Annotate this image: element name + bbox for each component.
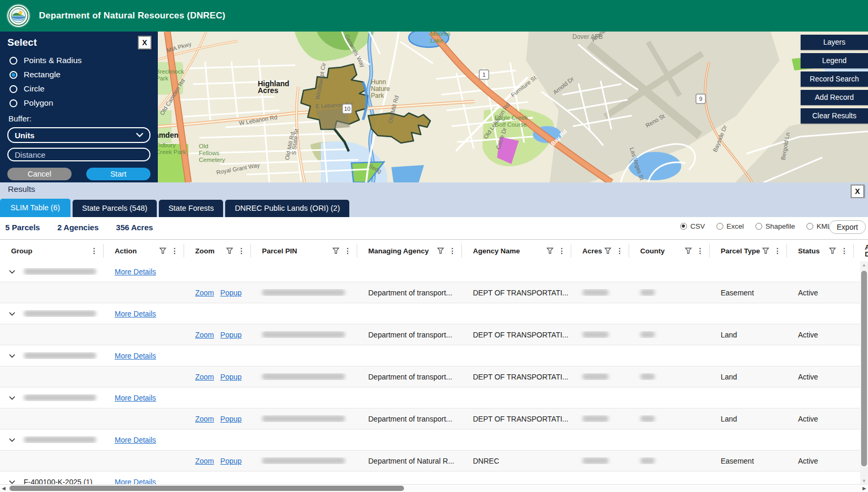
scroll-up-arrow-icon[interactable]: ▲ (860, 261, 868, 269)
tab-dnrec-public-lands-ori-2-[interactable]: DNREC Public Lands (ORI) (2) (225, 200, 349, 217)
export-button[interactable]: Export (829, 220, 866, 234)
popup-link[interactable]: Popup (220, 289, 241, 297)
more-details-link[interactable]: More Details (115, 268, 156, 276)
filter-button[interactable] (685, 248, 692, 254)
radio-icon[interactable] (9, 57, 17, 65)
column-menu-button[interactable]: ⋮ (616, 248, 623, 254)
column-menu-button[interactable]: ⋮ (774, 248, 781, 254)
radio-icon[interactable] (755, 223, 762, 230)
filter-funnel-icon[interactable] (829, 248, 836, 254)
select-shape-option-polygon[interactable]: Polygon (9, 98, 148, 108)
close-select-panel-button[interactable]: X (138, 36, 152, 49)
filter-button[interactable] (604, 248, 611, 254)
filter-button[interactable] (547, 248, 553, 254)
filter-funnel-icon[interactable] (685, 248, 692, 254)
column-menu-button[interactable]: ⋮ (841, 248, 848, 254)
filter-funnel-icon[interactable] (226, 248, 233, 254)
more-details-link[interactable]: More Details (115, 436, 156, 444)
horizontal-scrollbar-thumb[interactable] (9, 486, 404, 491)
export-format-kml[interactable]: KML (806, 222, 831, 230)
cancel-button[interactable]: Cancel (7, 168, 72, 180)
scroll-right-arrow-icon[interactable]: ▶ (861, 485, 868, 492)
column-menu-button[interactable]: ⋮ (449, 248, 456, 254)
scroll-down-arrow-icon[interactable]: ▼ (860, 477, 868, 485)
radio-icon[interactable] (9, 99, 17, 107)
zoom-link[interactable]: Zoom (195, 331, 214, 339)
zoom-link[interactable]: Zoom (195, 457, 214, 465)
expand-group-button[interactable] (9, 354, 15, 358)
close-results-button[interactable]: X (851, 184, 864, 198)
filter-button[interactable] (332, 248, 339, 254)
expand-group-button[interactable] (9, 312, 15, 316)
filter-funnel-icon[interactable] (437, 248, 444, 254)
scroll-left-arrow-icon[interactable]: ◀ (0, 485, 7, 492)
expand-group-button[interactable] (9, 270, 15, 274)
export-format-shapefile[interactable]: Shapefile (755, 222, 795, 230)
filter-button[interactable] (762, 248, 769, 254)
popup-link[interactable]: Popup (220, 373, 241, 381)
filter-funnel-icon[interactable] (762, 248, 769, 254)
filter-button[interactable] (437, 248, 444, 254)
expand-group-button[interactable] (9, 438, 15, 442)
column-menu-button[interactable]: ⋮ (90, 248, 98, 254)
column-menu-button[interactable]: ⋮ (697, 248, 704, 254)
map-button-legend[interactable]: Legend (801, 53, 868, 68)
filter-funnel-icon[interactable] (604, 248, 611, 254)
popup-link[interactable]: Popup (220, 331, 241, 339)
redacted-group-id (24, 394, 96, 401)
expand-group-button[interactable] (9, 396, 15, 400)
expand-group-button[interactable] (9, 480, 15, 484)
zoom-link[interactable]: Zoom (195, 415, 214, 423)
radio-icon[interactable] (9, 85, 17, 93)
zoom-link[interactable]: Zoom (195, 373, 214, 381)
map-button-add-record[interactable]: Add Record (801, 90, 868, 105)
radio-icon[interactable] (680, 223, 687, 230)
filter-button[interactable] (829, 248, 836, 254)
select-shape-option-circle[interactable]: Circle (9, 84, 148, 94)
column-menu-button[interactable]: ⋮ (344, 248, 351, 254)
start-button[interactable]: Start (86, 168, 150, 180)
column-header-label: County (640, 247, 665, 255)
tab-state-forests[interactable]: State Forests (159, 200, 223, 217)
buffer-units-select[interactable]: Units (7, 127, 150, 143)
export-format-csv[interactable]: CSV (680, 222, 705, 230)
more-details-link[interactable]: More Details (115, 310, 156, 318)
more-details-link[interactable]: More Details (115, 394, 156, 402)
column-menu-button[interactable]: ⋮ (171, 248, 178, 254)
radio-icon[interactable] (806, 223, 813, 230)
chevron-down-icon[interactable] (9, 480, 15, 484)
chevron-down-icon[interactable] (9, 312, 15, 316)
popup-link[interactable]: Popup (220, 415, 241, 423)
redacted-county (640, 373, 655, 380)
vertical-scrollbar[interactable]: ▲ ▼ (860, 261, 868, 485)
route-shield-1: 1 (479, 70, 489, 79)
vertical-scrollbar-thumb[interactable] (861, 271, 867, 466)
map-button-clear-results[interactable]: Clear Results (801, 108, 868, 124)
zoom-link[interactable]: Zoom (195, 289, 214, 297)
filter-button[interactable] (226, 248, 233, 254)
distance-input[interactable]: Distance (7, 148, 150, 161)
column-menu-button[interactable]: ⋮ (558, 248, 566, 254)
column-menu-button[interactable]: ⋮ (238, 248, 245, 254)
filter-funnel-icon[interactable] (547, 248, 553, 254)
radio-icon[interactable] (9, 71, 17, 79)
map-button-record-search[interactable]: Record Search (801, 71, 868, 87)
horizontal-scrollbar[interactable]: ◀ ▶ (0, 484, 868, 492)
column-header-status: Status⋮ (787, 244, 854, 258)
select-shape-option-rectangle[interactable]: Rectangle (9, 70, 148, 79)
map-button-layers[interactable]: Layers (801, 35, 868, 50)
chevron-down-icon[interactable] (9, 438, 15, 442)
more-details-link[interactable]: More Details (115, 352, 156, 360)
tab-state-parcels-548-[interactable]: State Parcels (548) (73, 200, 157, 217)
filter-funnel-icon[interactable] (159, 248, 166, 254)
radio-icon[interactable] (716, 223, 723, 230)
chevron-down-icon[interactable] (9, 270, 15, 274)
filter-button[interactable] (159, 248, 166, 254)
select-shape-option-points-radius[interactable]: Points & Radius (9, 56, 148, 65)
chevron-down-icon[interactable] (9, 396, 15, 400)
filter-funnel-icon[interactable] (332, 248, 339, 254)
popup-link[interactable]: Popup (220, 457, 241, 465)
chevron-down-icon[interactable] (9, 354, 15, 358)
tab-slim-table-6-[interactable]: SLIM Table (6) (0, 199, 70, 217)
export-format-excel[interactable]: Excel (716, 222, 744, 230)
